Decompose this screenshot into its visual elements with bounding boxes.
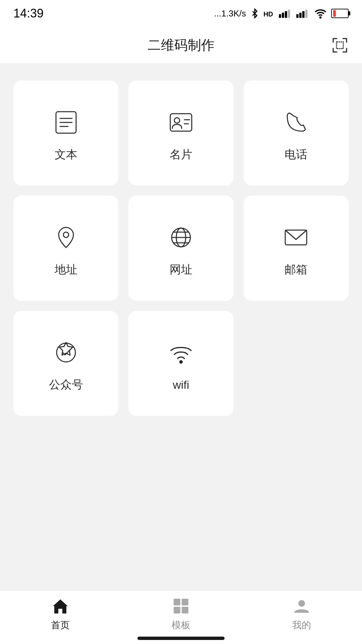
svg-rect-2 (282, 13, 284, 18)
grid-item-wifi[interactable]: wifi (128, 311, 233, 416)
card-icon (166, 107, 196, 138)
url-label: 网址 (170, 262, 192, 277)
app-header: 二维码制作 (0, 27, 362, 64)
svg-rect-30 (174, 607, 180, 613)
svg-rect-5 (296, 14, 299, 18)
bluetooth-icon (250, 7, 259, 19)
svg-point-26 (57, 343, 75, 362)
svg-rect-1 (279, 14, 281, 18)
wifi-label: wifi (173, 378, 189, 391)
status-time: 14:39 (13, 6, 44, 20)
address-label: 地址 (55, 262, 77, 277)
nav-template-label: 模板 (172, 619, 190, 632)
nav-home[interactable]: 首页 (51, 597, 70, 632)
svg-rect-8 (305, 10, 308, 18)
qr-type-grid: 文本 名片 电话 (13, 80, 349, 416)
home-indicator (137, 637, 225, 640)
svg-text:HD: HD (263, 10, 273, 18)
hd-icon: HD (263, 7, 275, 19)
svg-rect-15 (170, 114, 192, 131)
svg-rect-29 (182, 599, 188, 605)
wifi-icon (166, 339, 196, 369)
network-status: ...1.3K/s (214, 8, 246, 19)
text-label: 文本 (55, 147, 77, 162)
nav-home-label: 首页 (51, 619, 70, 632)
svg-rect-28 (174, 599, 180, 605)
svg-point-16 (174, 118, 180, 123)
badge-icon (51, 337, 81, 368)
svg-point-32 (298, 600, 305, 607)
page-title: 二维码制作 (147, 36, 215, 54)
grid-item-wechat[interactable]: 公众号 (13, 311, 118, 416)
phone-icon (281, 107, 311, 138)
svg-point-19 (63, 232, 69, 237)
bottom-nav: 首页 模板 我的 (0, 590, 362, 644)
svg-point-27 (180, 361, 182, 363)
signal-icon (279, 7, 292, 19)
scan-button[interactable] (331, 37, 349, 54)
svg-rect-10 (337, 42, 343, 49)
battery-icon (331, 9, 349, 18)
svg-rect-31 (182, 607, 188, 613)
svg-rect-4 (288, 10, 290, 18)
svg-rect-3 (285, 11, 287, 18)
profile-icon (292, 597, 311, 615)
email-label: 邮箱 (285, 262, 307, 277)
grid-item-phone[interactable]: 电话 (244, 80, 349, 185)
nav-profile[interactable]: 我的 (292, 597, 311, 632)
grid-item-email[interactable]: 邮箱 (244, 196, 349, 301)
nav-profile-label: 我的 (292, 619, 311, 632)
svg-rect-7 (302, 11, 305, 18)
status-icons: ...1.3K/s HD (214, 7, 349, 19)
globe-icon (166, 222, 196, 253)
text-icon (51, 107, 81, 138)
wifi-status-icon (314, 7, 327, 19)
nav-template[interactable]: 模板 (172, 597, 190, 632)
home-icon (51, 597, 70, 615)
grid-item-card[interactable]: 名片 (128, 80, 233, 185)
grid-item-text[interactable]: 文本 (13, 80, 118, 185)
status-bar: 14:39 ...1.3K/s HD (0, 0, 362, 27)
mail-icon (281, 222, 311, 253)
signal2-icon (296, 7, 310, 19)
wechat-label: 公众号 (49, 377, 83, 392)
svg-rect-6 (299, 13, 302, 18)
card-label: 名片 (170, 147, 192, 162)
main-content: 文本 名片 电话 (0, 64, 362, 433)
template-icon (172, 597, 190, 615)
grid-item-address[interactable]: 地址 (13, 196, 118, 301)
location-icon (51, 222, 81, 253)
svg-point-9 (320, 17, 321, 18)
phone-label: 电话 (285, 147, 307, 162)
grid-item-url[interactable]: 网址 (128, 196, 233, 301)
